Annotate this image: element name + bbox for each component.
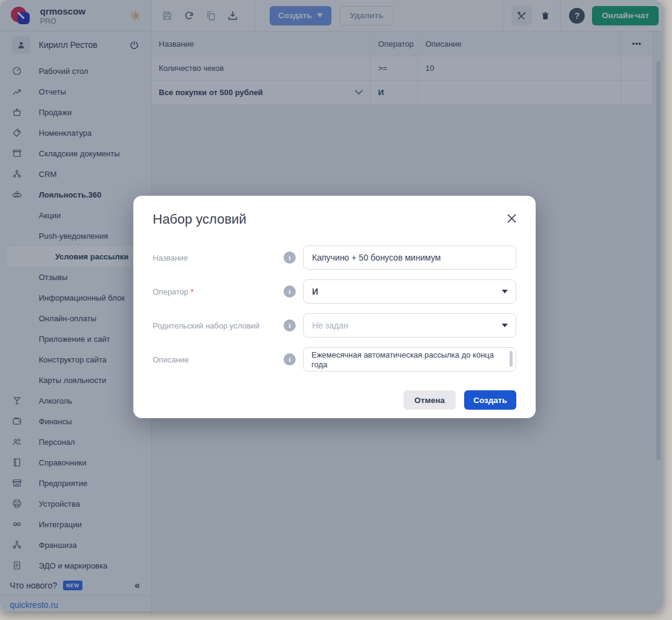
field-description: Описание i Ежемесячная автоматическая ра… <box>153 347 516 372</box>
modal-title: Набор условий <box>153 212 247 227</box>
operator-select[interactable]: И <box>303 279 516 304</box>
submit-create-button[interactable]: Создать <box>464 390 516 410</box>
operator-field-label: Оператор * <box>153 287 284 297</box>
parent-field-label: Родительский набор условий <box>153 321 284 331</box>
name-field-label: Название <box>153 253 284 263</box>
field-name: Название i <box>153 245 516 270</box>
name-input[interactable] <box>303 245 516 270</box>
info-icon[interactable]: i <box>284 353 296 365</box>
close-icon[interactable] <box>507 212 516 223</box>
textarea-scrollbar[interactable] <box>510 351 513 367</box>
description-textarea[interactable]: Ежемесячная автоматическая рассылка до к… <box>303 347 516 372</box>
chevron-down-icon <box>502 324 508 327</box>
required-mark: * <box>190 287 193 296</box>
field-parent-set: Родительский набор условий i Не задан <box>153 313 516 338</box>
field-operator: Оператор * i И <box>153 279 516 304</box>
app-window: qrmoscow PRO <box>0 0 662 612</box>
info-icon[interactable]: i <box>284 252 296 264</box>
parent-set-select[interactable]: Не задан <box>303 313 516 338</box>
chevron-down-icon <box>502 290 508 293</box>
cancel-button[interactable]: Отмена <box>404 390 456 410</box>
condition-set-modal: Набор условий Название i Оператор * i И … <box>133 196 536 418</box>
info-icon[interactable]: i <box>284 285 296 298</box>
info-icon[interactable]: i <box>284 319 296 332</box>
description-field-label: Описание <box>153 355 284 365</box>
